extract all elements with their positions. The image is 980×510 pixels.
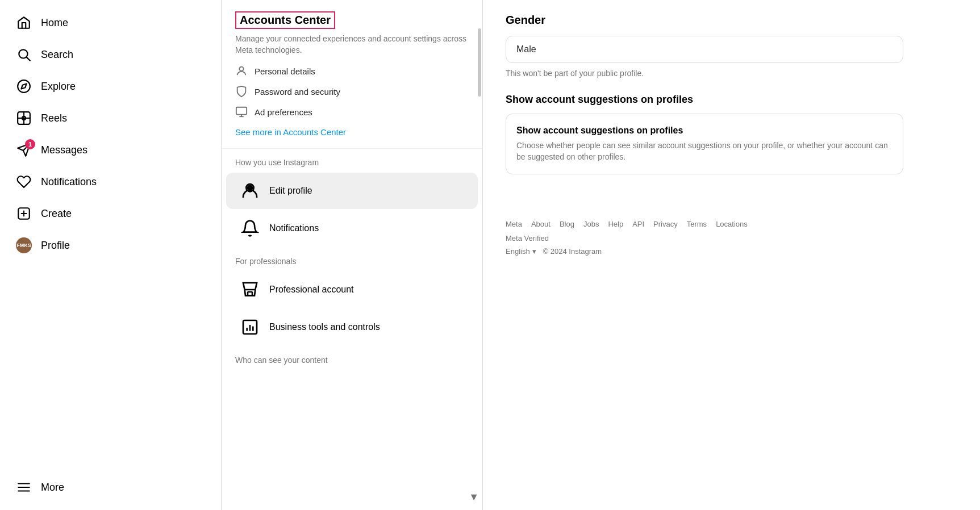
shop-icon (240, 279, 260, 300)
svg-rect-22 (248, 292, 252, 296)
suggestions-box-title: Show account suggestions on profiles (516, 126, 893, 136)
sidebar-item-explore[interactable]: Explore (5, 72, 216, 101)
sidebar-item-profile[interactable]: FMKS Profile (5, 231, 216, 260)
footer-meta[interactable]: Meta (506, 220, 522, 228)
footer-meta-verified[interactable]: Meta Verified (506, 234, 903, 243)
reels-icon (16, 110, 32, 126)
sidebar-item-create-label: Create (41, 208, 72, 220)
sidebar-item-messages[interactable]: 1 Messages (5, 135, 216, 165)
see-more-accounts-center[interactable]: See more in Accounts Center (235, 127, 469, 137)
accounts-center-title: Accounts Center (235, 11, 335, 29)
svg-point-16 (239, 67, 243, 71)
footer: Meta About Blog Jobs Help API Privacy Te… (506, 220, 903, 267)
sidebar-item-notifications-label: Notifications (41, 176, 97, 188)
professional-account-label: Professional account (269, 285, 354, 295)
menu-item-notifications[interactable]: Notifications (226, 210, 478, 246)
footer-bottom: English ▾ © 2024 Instagram (506, 247, 903, 256)
svg-line-1 (27, 57, 30, 61)
suggestions-box[interactable]: Show account suggestions on profiles Cho… (506, 114, 903, 174)
footer-language-label: English (506, 247, 530, 256)
messages-badge: 1 (25, 139, 35, 149)
sidebar-item-home-label: Home (41, 17, 68, 29)
svg-point-21 (248, 186, 252, 190)
create-icon (16, 206, 32, 221)
chevron-down-icon: ▾ (532, 247, 536, 256)
sidebar-item-reels[interactable]: Reels (5, 103, 216, 133)
notifications-icon (16, 174, 32, 190)
edit-profile-label: Edit profile (269, 186, 312, 196)
password-security-label: Password and security (255, 87, 340, 97)
footer-help[interactable]: Help (608, 220, 623, 228)
suggestions-title: Show account suggestions on profiles (506, 94, 903, 106)
business-tools-label: Business tools and controls (269, 322, 380, 332)
footer-links: Meta About Blog Jobs Help API Privacy Te… (506, 220, 903, 228)
who-can-see-label: Who can see your content (222, 346, 482, 369)
middle-panel: Accounts Center Manage your connected ex… (222, 0, 483, 510)
accounts-center-personal-details[interactable]: Personal details (235, 65, 469, 77)
chart-icon (240, 317, 260, 337)
sidebar-item-search-label: Search (41, 49, 73, 61)
accounts-center-ad-preferences[interactable]: Ad preferences (235, 106, 469, 118)
accounts-center-card: Accounts Center Manage your connected ex… (222, 0, 482, 149)
bell-icon (240, 218, 260, 239)
shield-icon (235, 85, 248, 98)
menu-item-professional-account[interactable]: Professional account (226, 271, 478, 308)
footer-jobs[interactable]: Jobs (583, 220, 599, 228)
home-icon (16, 15, 32, 31)
sidebar-item-search[interactable]: Search (5, 40, 216, 69)
sidebar-item-messages-label: Messages (41, 144, 87, 156)
personal-details-label: Personal details (255, 66, 315, 76)
menu-item-business-tools[interactable]: Business tools and controls (226, 309, 478, 345)
right-content: Gender Male This won't be part of your p… (506, 0, 903, 267)
how-you-use-label: How you use Instagram (222, 149, 482, 172)
explore-icon (16, 78, 32, 94)
footer-blog[interactable]: Blog (560, 220, 574, 228)
svg-rect-17 (236, 107, 247, 115)
sidebar-item-more[interactable]: More (5, 473, 216, 502)
edit-profile-icon (240, 181, 260, 201)
footer-copyright: © 2024 Instagram (543, 247, 602, 256)
search-icon (16, 47, 32, 62)
sidebar-item-profile-label: Profile (41, 240, 70, 252)
sidebar-item-explore-label: Explore (41, 81, 76, 93)
sidebar-item-create[interactable]: Create (5, 199, 216, 228)
svg-point-2 (18, 80, 30, 93)
suggestions-box-desc: Choose whether people can see similar ac… (516, 140, 893, 162)
footer-privacy[interactable]: Privacy (653, 220, 678, 228)
svg-marker-3 (21, 83, 26, 89)
scroll-down-arrow[interactable]: ▼ (469, 491, 479, 503)
accounts-center-password-security[interactable]: Password and security (235, 85, 469, 98)
footer-language[interactable]: English ▾ (506, 247, 536, 256)
sidebar-item-more-label: More (41, 482, 64, 494)
sidebar-item-notifications[interactable]: Notifications (5, 167, 216, 197)
more-icon (16, 479, 32, 495)
scrollbar[interactable] (478, 28, 481, 97)
person-icon (235, 65, 248, 77)
menu-item-edit-profile[interactable]: Edit profile (226, 173, 478, 209)
messages-icon: 1 (16, 142, 32, 158)
gender-note: This won't be part of your public profil… (506, 69, 903, 78)
footer-api[interactable]: API (632, 220, 644, 228)
monitor-icon (235, 106, 248, 118)
sidebar: Home Search Explore (0, 0, 222, 510)
sidebar-item-home[interactable]: Home (5, 8, 216, 37)
for-professionals-label: For professionals (222, 248, 482, 270)
ad-preferences-label: Ad preferences (255, 107, 312, 117)
footer-about[interactable]: About (531, 220, 551, 228)
right-panel: Gender Male This won't be part of your p… (483, 0, 980, 510)
sidebar-item-reels-label: Reels (41, 112, 67, 124)
accounts-center-links: Personal details Password and security (235, 65, 469, 118)
notifications-menu-label: Notifications (269, 223, 319, 233)
footer-terms[interactable]: Terms (687, 220, 707, 228)
gender-value[interactable]: Male (506, 36, 903, 63)
gender-title: Gender (506, 14, 903, 27)
footer-locations[interactable]: Locations (716, 220, 748, 228)
accounts-center-desc: Manage your connected experiences and ac… (235, 34, 469, 56)
avatar: FMKS (16, 237, 32, 253)
